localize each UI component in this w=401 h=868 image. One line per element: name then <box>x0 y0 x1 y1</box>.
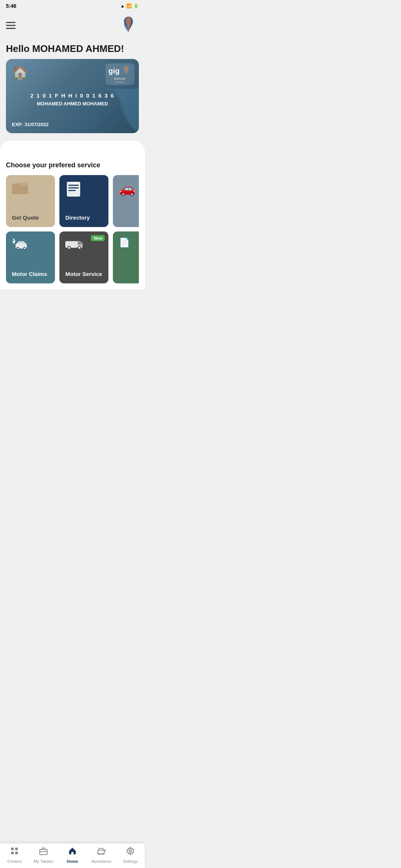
svg-rect-12 <box>65 241 77 248</box>
svg-point-11 <box>24 248 25 249</box>
svg-rect-5 <box>68 190 76 191</box>
svg-point-16 <box>79 247 81 249</box>
insurance-card[interactable]: 🏠 gig Bahrain TAKAFUL 2 1 0 1 F H H I 0 … <box>6 59 139 133</box>
status-time: 5:46 <box>6 3 16 9</box>
svg-rect-3 <box>68 185 79 186</box>
services-row-1: Get Quote Directory 🚗 <box>6 175 139 227</box>
card-expiry: EXP: 31/07/2022 <box>12 122 49 127</box>
motor-service-label: Motor Service <box>65 271 102 277</box>
service-get-quote[interactable]: Get Quote <box>6 175 55 227</box>
truck-icon <box>65 237 83 254</box>
directory-icon <box>65 181 82 201</box>
svg-rect-6 <box>67 182 80 184</box>
services-row-2: Motor Claims New Mo <box>6 231 139 283</box>
nav-spacer <box>0 289 145 319</box>
motor-claims-label: Motor Claims <box>12 271 47 277</box>
house-icon: 🏠 <box>12 65 29 80</box>
wifi-icon: ▲ <box>120 3 125 9</box>
takaful-text: TAKAFUL <box>114 81 126 83</box>
greeting-text: Hello MOHAMED AHMED! <box>6 43 139 55</box>
service-motor-track-partial[interactable]: 🚗 <box>113 175 139 227</box>
crash-car-icon <box>12 237 28 254</box>
status-icons: ▲ 📶 🔋 <box>120 3 139 9</box>
services-section: Choose your prefered service Get Quote <box>0 155 145 289</box>
greeting-section: Hello MOHAMED AHMED! <box>0 40 145 59</box>
service-motor-claims[interactable]: Motor Claims <box>6 231 55 283</box>
get-quote-label: Get Quote <box>12 214 39 221</box>
service-directory[interactable]: Directory <box>59 175 108 227</box>
svg-point-10 <box>17 248 19 249</box>
directory-label: Directory <box>65 214 90 221</box>
battery-icon: 🔋 <box>133 3 139 9</box>
folder-icon <box>12 181 28 198</box>
svg-rect-4 <box>68 187 79 188</box>
tab-icon: 📄 <box>119 237 130 248</box>
service-tab-partial[interactable]: 📄 <box>113 231 139 283</box>
new-badge: New <box>91 235 105 241</box>
card-carousel[interactable]: 🏠 gig Bahrain TAKAFUL 2 1 0 1 F H H I 0 … <box>0 59 145 133</box>
services-title: Choose your prefered service <box>6 161 139 169</box>
service-motor-service[interactable]: New Motor Service <box>59 231 108 283</box>
curve-divider <box>0 141 145 155</box>
svg-point-14 <box>68 247 70 249</box>
bahrain-text: Bahrain <box>114 77 125 81</box>
status-bar: 5:46 ▲ 📶 🔋 <box>0 0 145 10</box>
app-logo <box>118 15 139 36</box>
app-header <box>0 10 145 40</box>
signal-icon: 📶 <box>126 3 132 9</box>
gig-text: gig <box>108 67 120 75</box>
gig-logo: gig Bahrain TAKAFUL <box>105 63 134 85</box>
car-icon: 🚗 <box>119 181 136 197</box>
menu-button[interactable] <box>6 22 16 29</box>
